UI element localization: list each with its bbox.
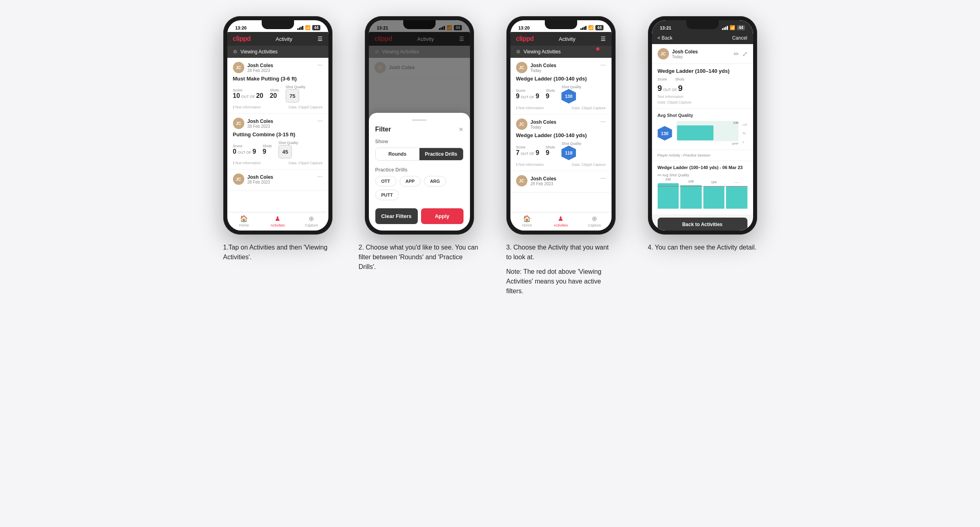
notch-4 xyxy=(686,20,719,29)
activities-icon-1: ♟ xyxy=(275,215,280,222)
practice-drills-toggle-2[interactable]: Practice Drills xyxy=(419,148,463,160)
signal-3 xyxy=(580,26,586,30)
bottom-nav-3: 🏠 Home ♟ Activities ⊕ Capture xyxy=(510,212,612,231)
pill-ott-2[interactable]: OTT xyxy=(375,176,396,186)
more-dots-3[interactable]: ··· xyxy=(317,174,322,180)
pill-putt-2[interactable]: PUTT xyxy=(375,190,399,200)
hamburger-icon-1[interactable]: ☰ xyxy=(317,36,323,42)
score-stat-1: Score 10 OUT OF 20 xyxy=(233,88,263,99)
nav-home-label-1: Home xyxy=(239,223,249,227)
close-btn-2[interactable]: ✕ xyxy=(459,126,464,133)
notch-1 xyxy=(262,20,294,29)
more-dots-2[interactable]: ··· xyxy=(317,118,322,124)
more-3-1[interactable]: ··· xyxy=(600,62,605,68)
nav-activities-1[interactable]: ♟ Activities xyxy=(261,215,294,227)
pill-arg-2[interactable]: ARG xyxy=(424,176,446,186)
clear-filters-btn-2[interactable]: Clear Filters xyxy=(375,208,418,224)
card-header-3-1: JC Josh Coles Today ··· xyxy=(516,62,606,73)
screen-2: 13:21 📶 44 xyxy=(369,20,470,231)
card-header-3: JC Josh Coles 28 Feb 2023 ··· xyxy=(233,174,323,185)
screen-3: 13:20 📶 44 xyxy=(510,20,612,231)
nav-activities-3[interactable]: ♟ Activities xyxy=(544,215,578,227)
avatar-2: JC xyxy=(233,118,244,129)
bar-chart-area-4: 132 129 124 - - - xyxy=(658,180,747,209)
bar-1: 132 xyxy=(658,183,679,209)
time-1: 13:20 xyxy=(235,25,247,30)
bar3 xyxy=(301,27,302,30)
nav-home-1[interactable]: 🏠 Home xyxy=(227,215,261,227)
screen-4: 13:21 📶 44 xyxy=(652,20,753,231)
activity-card-1[interactable]: JC Josh Coles 28 Feb 2023 ··· Must Make … xyxy=(227,58,328,114)
battery-1: 44 xyxy=(312,25,320,30)
bar-3: 124 xyxy=(703,186,725,209)
user-date-1: 28 Feb 2023 xyxy=(248,68,273,73)
viewing-text-1: Viewing Activities xyxy=(241,49,278,55)
activity-card-2[interactable]: JC Josh Coles 28 Feb 2023 ··· Putting Co… xyxy=(227,114,328,169)
info-left-1: ℹ Test Information xyxy=(233,105,261,109)
hamburger-icon-3[interactable]: ☰ xyxy=(601,36,606,42)
quality-stat-2: Shot Quality 45 xyxy=(278,141,298,159)
card-header-1: JC Josh Coles 28 Feb 2023 ··· xyxy=(233,62,323,73)
stats-row-2: Score 0 OUT OF 9 Shots 9 xyxy=(233,141,323,159)
activity-card-3-3[interactable]: JC Josh Coles 28 Feb 2023 ··· xyxy=(510,171,612,193)
bar-chart-4: Wedge Ladder (100–140 yds) - 06 Mar 23 •… xyxy=(652,161,753,214)
signal-1 xyxy=(297,26,303,30)
avatar-1: JC xyxy=(233,62,244,73)
back-btn-4[interactable]: < Back xyxy=(658,35,673,41)
cancel-btn-4[interactable]: Cancel xyxy=(732,35,747,41)
home-icon-3: 🏠 xyxy=(523,215,531,222)
phone-4: 13:21 📶 44 xyxy=(648,16,757,235)
back-activities-btn-4[interactable]: Back to Activities xyxy=(658,218,747,231)
page-container: 13:20 📶 44 xyxy=(207,16,773,296)
card-header-2: JC Josh Coles 28 Feb 2023 ··· xyxy=(233,118,323,129)
user-date-2: 28 Feb 2023 xyxy=(248,124,273,129)
bottom-nav-1: 🏠 Home ♟ Activities ⊕ Capture xyxy=(227,212,328,231)
detail-header-4: < Back Cancel xyxy=(652,32,753,44)
caption-4: 4. You can then see the Activity detail. xyxy=(648,243,757,252)
status-icons-3: 📶 44 xyxy=(580,25,603,30)
nav-home-3[interactable]: 🏠 Home xyxy=(510,215,544,227)
user-name-1: Josh Coles xyxy=(248,63,273,68)
rounds-toggle-2[interactable]: Rounds xyxy=(376,148,419,160)
app-logo-3: clippd xyxy=(516,35,534,42)
screen-1: 13:20 📶 44 xyxy=(227,20,328,231)
nav-capture-1[interactable]: ⊕ Capture xyxy=(294,215,328,227)
viewing-bar-3[interactable]: ⚙ Viewing Activities xyxy=(510,46,612,58)
wifi-icon-1: 📶 xyxy=(305,25,311,30)
phone-3: 13:20 📶 44 xyxy=(506,16,616,235)
toggle-group-2: Rounds Practice Drills xyxy=(375,148,464,161)
score-label-1: Score xyxy=(233,88,263,92)
activity-card-3-partial[interactable]: JC Josh Coles 28 Feb 2023 ··· xyxy=(227,169,328,191)
more-3-2[interactable]: ··· xyxy=(600,119,605,125)
hex-badge-3-1: 130 xyxy=(561,89,576,104)
activity-title-2: Putting Combine (3-15 ft) xyxy=(233,131,323,138)
quality-label-1: Shot Quality xyxy=(286,85,305,89)
edit-icon-4[interactable]: ✏ xyxy=(734,50,739,58)
caption-3b: Note: The red dot above 'Viewing Activit… xyxy=(506,267,616,296)
detail-scroll-4: JC Josh Coles Today ✏ ⤢ xyxy=(652,44,753,231)
red-dot-3 xyxy=(596,47,599,51)
pill-group-2: OTT APP ARG PUTT xyxy=(375,176,464,200)
battery-4: 44 xyxy=(737,25,745,30)
notch-3 xyxy=(545,20,577,29)
activity-card-3-2[interactable]: JC Josh Coles Today ··· Wedge Ladder (10… xyxy=(510,114,612,171)
home-icon-1: 🏠 xyxy=(240,215,248,222)
nav-capture-3[interactable]: ⊕ Capture xyxy=(578,215,611,227)
score-value-1: 10 OUT OF 20 xyxy=(233,92,263,99)
quality-stat-1: Shot Quality 75 xyxy=(286,85,305,103)
activities-icon-3: ♟ xyxy=(558,215,563,222)
activity-card-3-1[interactable]: JC Josh Coles Today ··· Wedge Ladder (10… xyxy=(510,58,612,114)
pill-app-2[interactable]: APP xyxy=(400,176,421,186)
viewing-bar-1[interactable]: ⚙ Viewing Activities xyxy=(227,46,328,58)
apply-btn-2[interactable]: Apply xyxy=(421,208,464,224)
time-3: 13:20 xyxy=(519,25,530,30)
user-info-3-1: JC Josh Coles Today xyxy=(516,62,557,73)
expand-icon-4[interactable]: ⤢ xyxy=(742,50,747,58)
app-header-1: clippd Activity ☰ xyxy=(227,32,328,46)
modal-header-2: Filter ✕ xyxy=(375,126,464,133)
user-info-3: JC Josh Coles 28 Feb 2023 xyxy=(233,174,273,185)
shots-value-1: 20 xyxy=(270,92,279,99)
more-dots-1[interactable]: ··· xyxy=(317,62,322,68)
app-header-3: clippd Activity ☰ xyxy=(510,32,612,46)
status-icons-1: 📶 44 xyxy=(297,25,320,30)
